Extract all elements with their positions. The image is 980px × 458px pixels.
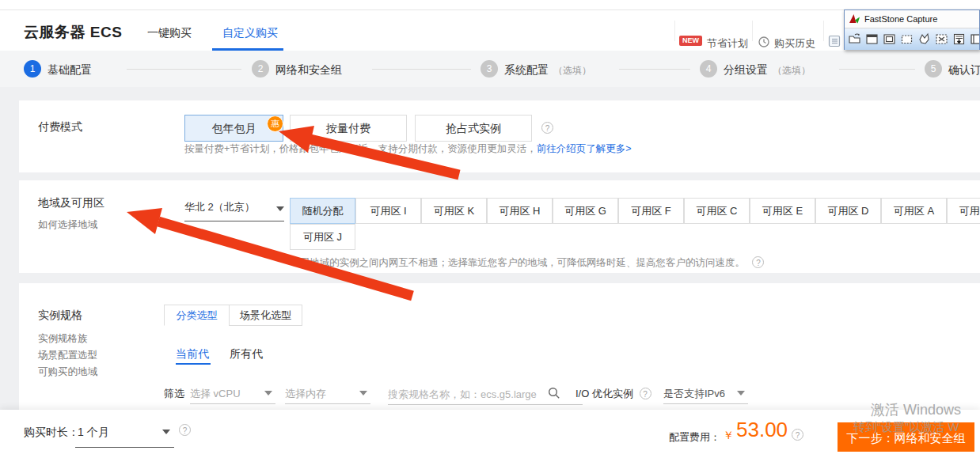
chevron-down-icon [359,391,367,396]
open-file-icon[interactable] [848,32,861,46]
capture-object-icon[interactable] [883,32,896,46]
zone-option[interactable]: 可用区 H [487,198,553,224]
zone-option[interactable]: 可用区 E [750,198,815,224]
billing-label: 付费模式 [38,120,82,134]
billing-help-icon[interactable]: ? [541,122,553,134]
generation-tab-underline [176,363,211,365]
capture-scrolling-icon[interactable] [952,32,966,46]
steps-bar: 1基础配置2网络和安全组3系统配置（选填）4分组设置（选填）5确认订单 [0,51,980,87]
new-badge: NEW [679,36,702,46]
step-1-label: 基础配置 [47,63,92,78]
page-title: 云服务器 ECS [24,22,122,43]
billing-section: 付费模式 包年包月按量付费抢占式实例 惠 ? 按量付费+节省计划，价格跟包年包月… [19,100,980,172]
instance-tab-1[interactable]: 分类选型 [164,305,230,326]
search-icon[interactable] [548,387,560,399]
step-2-circle[interactable]: 2 [252,60,269,78]
io-optimized-text: I/O 优化实例 [575,388,633,399]
io-optimized-label: I/O 优化实例 ? [575,387,651,401]
zone-option[interactable]: 可用区 C [684,198,750,224]
generation-tab-1[interactable]: 当前代 [176,347,209,361]
nav-divider [823,21,824,41]
footer-bar: 购买时长： 1 个月 ? 配置费用： ￥ 53.00 ? 下一步：网络和安全组 [0,410,980,458]
price-amount: 53.00 [736,418,788,442]
zone-option[interactable]: 可用区 A [881,198,947,224]
billing-more-link[interactable]: 前往介绍页了解更多> [537,143,632,154]
duration-help-icon[interactable]: ? [179,424,191,436]
step-optional-tag: （选填） [773,65,811,76]
faststone-logo-icon [849,13,860,25]
step-3-circle[interactable]: 3 [481,60,498,78]
nav-divider [674,21,675,41]
capture-window-icon[interactable] [865,32,879,46]
step-connector-4 [839,69,915,70]
chevron-down-icon[interactable] [162,430,170,434]
step-connector-2 [372,69,471,70]
ipv6-select[interactable]: 是否支持IPv6 [663,384,748,404]
region-section: 地域及可用区 如何选择地域 华北 2（北京） 随机分配可用区 I可用区 K可用区… [19,180,980,273]
step-5-circle[interactable]: 5 [925,60,942,78]
zone-option[interactable]: 随机分配 [290,198,355,224]
duration-select[interactable]: 1 个月 [78,426,109,440]
step-connector-3 [619,69,690,70]
instance-section: 实例规格 实例规格族场景配置选型可购买的地域 分类选型场景化选型 当前代所有代 … [19,283,980,410]
price-label: 配置费用： [669,430,720,445]
step-optional-tag: （选填） [553,65,591,76]
step-5-label: 确认订单 [948,63,980,78]
nav-divider [752,21,753,41]
io-help-icon[interactable]: ? [640,388,651,399]
capture-fullscreen-icon[interactable] [935,32,948,46]
tab-custom-buy[interactable]: 自定义购买 [222,26,278,40]
price-currency: ￥ [723,429,734,443]
billing-description-text: 按量付费+节省计划，价格跟包年包月相近，支持分期付款，资源使用更加灵活， [184,143,537,154]
region-description-text: 不同地域的实例之间内网互不相通；选择靠近您客户的地域，可降低网络时延、提高您客户… [290,257,745,268]
region-help-icon[interactable]: ? [752,256,764,268]
tab-onekey-buy[interactable]: 一键购买 [147,26,192,40]
zone-option[interactable]: 可用区 F [618,198,684,224]
faststone-capture-window[interactable]: FastStone Capture [844,9,980,50]
clock-icon [758,36,769,47]
instance-tab-2[interactable]: 场景化选型 [229,305,302,326]
step-3-label: 系统配置（选填） [504,63,591,78]
vcpu-select[interactable]: 选择 vCPU [190,384,275,404]
zone-option[interactable]: 可用区 G [553,198,618,224]
step-4-circle[interactable]: 4 [700,60,717,78]
step-1-circle[interactable]: 1 [24,60,41,78]
duration-label: 购买时长： [24,426,79,440]
zone-option[interactable]: 可用区 J [290,224,355,250]
memory-select[interactable]: 选择内存 [285,384,370,404]
region-label: 地域及可用区 [38,196,104,210]
region-select[interactable]: 华北 2（北京） [184,200,284,221]
billing-option-3[interactable]: 抢占式实例 [415,115,532,142]
zone-option[interactable]: 可用区 I [355,198,421,224]
instance-link-2[interactable]: 场景配置选型 [38,349,97,362]
faststone-titlebar[interactable]: FastStone Capture [845,10,979,28]
step-4-label: 分组设置（选填） [724,63,811,78]
step-connector-1 [127,69,241,70]
step-2-label: 网络和安全组 [275,63,342,78]
nav-purchase-history[interactable]: 购买历史 [774,36,815,51]
nav-savings-plan[interactable]: 节省计划 [707,36,748,51]
instance-label: 实例规格 [38,308,82,323]
faststone-title: FastStone Capture [864,14,937,24]
price-help-icon[interactable]: ? [792,429,803,441]
zone-option[interactable]: 可用区 K [421,198,487,224]
capture-freehand-icon[interactable] [917,32,931,46]
region-select-value: 华北 2（北京） [184,201,255,213]
order-list-icon[interactable] [828,35,841,47]
chevron-down-icon [737,391,745,396]
zone-option[interactable]: 可用区 B [947,198,980,224]
region-help-link[interactable]: 如何选择地域 [38,218,97,232]
discount-badge-icon: 惠 [267,115,283,132]
region-description: 不同地域的实例之间内网互不相通；选择靠近您客户的地域，可降低网络时延、提高您客户… [290,256,764,270]
chevron-down-icon [264,391,272,396]
instance-link-1[interactable]: 实例规格族 [38,332,88,346]
zone-option[interactable]: 可用区 D [815,198,881,224]
capture-region-icon[interactable] [970,32,979,46]
next-step-button[interactable]: 下一步：网络和安全组 [838,422,974,452]
instance-link-3[interactable]: 可购买的地域 [38,365,97,379]
vcpu-select-placeholder: 选择 vCPU [190,387,241,401]
generation-tab-2[interactable]: 所有代 [230,347,263,361]
capture-rectangle-icon[interactable] [900,32,914,46]
billing-option-2[interactable]: 按量付费 [290,115,407,142]
billing-description: 按量付费+节省计划，价格跟包年包月相近，支持分期付款，资源使用更加灵活，前往介绍… [184,142,632,156]
